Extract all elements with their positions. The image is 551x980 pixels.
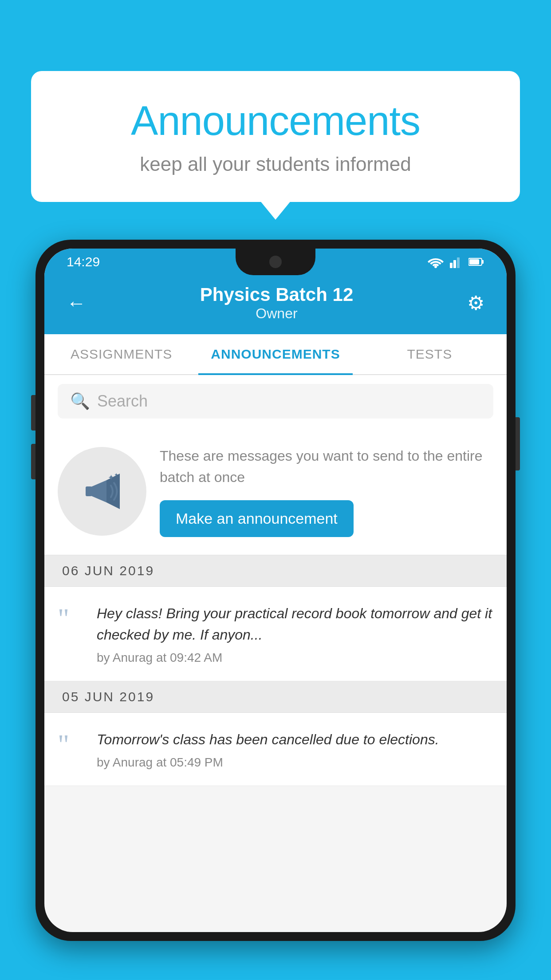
svg-rect-6 <box>469 259 479 265</box>
svg-text:✦: ✦ <box>114 472 118 478</box>
side-button-vol-up <box>31 395 35 431</box>
make-announcement-button[interactable]: Make an announcement <box>160 500 354 537</box>
svg-rect-3 <box>457 257 460 268</box>
search-input-wrapper[interactable]: 🔍 Search <box>58 384 493 419</box>
signal-icon <box>450 256 462 268</box>
quote-icon-1: " <box>58 605 84 633</box>
announcement-text-1: Hey class! Bring your practical record b… <box>97 603 493 645</box>
date-separator-1: 06 JUN 2019 <box>44 555 507 587</box>
search-placeholder: Search <box>97 392 148 411</box>
speech-bubble: Announcements keep all your students inf… <box>31 71 520 202</box>
battery-icon <box>468 257 484 266</box>
wifi-icon <box>428 256 444 268</box>
megaphone-icon: ✦ ✦ <box>78 467 126 516</box>
back-button[interactable]: ← <box>67 292 86 314</box>
side-button-power <box>516 417 520 470</box>
settings-icon[interactable]: ⚙ <box>467 292 484 314</box>
tab-announcements[interactable]: ANNOUNCEMENTS <box>198 334 352 374</box>
announcement-content-2: Tomorrow's class has been cancelled due … <box>97 729 493 770</box>
announcement-meta-1: by Anurag at 09:42 AM <box>97 651 493 665</box>
screen-content: 🔍 Search <box>44 375 507 786</box>
svg-rect-8 <box>86 486 92 496</box>
announcement-meta-2: by Anurag at 05:49 PM <box>97 755 493 770</box>
bubble-subtitle: keep all your students informed <box>49 153 502 175</box>
promo-icon-circle: ✦ ✦ <box>58 447 146 536</box>
tab-assignments[interactable]: ASSIGNMENTS <box>44 334 198 374</box>
side-button-vol-down <box>31 444 35 479</box>
announcement-promo: ✦ ✦ These are messages you want to send … <box>44 427 507 555</box>
phone-camera <box>269 256 282 268</box>
search-bar: 🔍 Search <box>44 375 507 427</box>
phone-wrapper: 14:29 <box>35 240 516 980</box>
date-separator-2: 05 JUN 2019 <box>44 681 507 713</box>
svg-marker-7 <box>91 480 106 502</box>
svg-point-0 <box>434 265 437 268</box>
svg-rect-5 <box>482 260 484 264</box>
promo-right: These are messages you want to send to t… <box>160 445 493 537</box>
announcement-item-1: " Hey class! Bring your practical record… <box>44 587 507 681</box>
search-icon: 🔍 <box>70 392 90 411</box>
svg-text:✦: ✦ <box>108 473 114 482</box>
user-role: Owner <box>200 305 354 322</box>
phone-screen: 14:29 <box>44 249 507 932</box>
phone-device: 14:29 <box>35 240 516 941</box>
announcement-item-2: " Tomorrow's class has been cancelled du… <box>44 713 507 786</box>
batch-name: Physics Batch 12 <box>200 284 354 305</box>
promo-description: These are messages you want to send to t… <box>160 445 493 488</box>
svg-rect-1 <box>450 263 453 268</box>
bubble-title: Announcements <box>49 98 502 144</box>
tab-tests[interactable]: TESTS <box>353 334 507 374</box>
quote-icon-2: " <box>58 731 84 759</box>
speech-bubble-container: Announcements keep all your students inf… <box>31 71 520 202</box>
status-time: 14:29 <box>67 254 100 269</box>
status-icons <box>428 256 484 268</box>
announcement-content-1: Hey class! Bring your practical record b… <box>97 603 493 665</box>
announcement-text-2: Tomorrow's class has been cancelled due … <box>97 729 493 750</box>
header-title-group: Physics Batch 12 Owner <box>200 284 354 322</box>
tabs-bar: ASSIGNMENTS ANNOUNCEMENTS TESTS <box>44 334 507 375</box>
svg-rect-2 <box>453 260 456 268</box>
app-header: ← Physics Batch 12 Owner ⚙ <box>44 275 507 334</box>
